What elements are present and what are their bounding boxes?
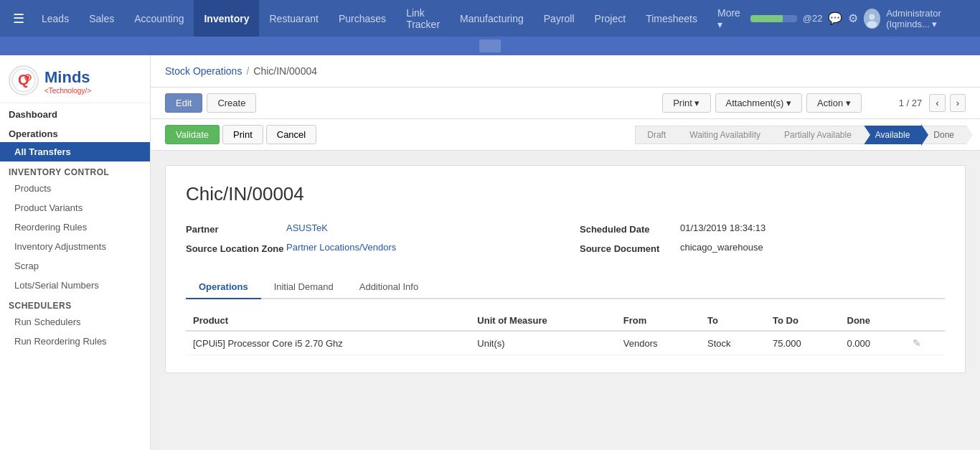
- user-label[interactable]: Administrator (Iqminds... ▾: [886, 8, 974, 29]
- avatar: [864, 9, 880, 29]
- col-to: To: [700, 311, 765, 331]
- logo-svg: Q: [11, 67, 37, 93]
- cell-uom: Unit(s): [470, 331, 616, 355]
- row-edit-icon[interactable]: ✎: [913, 337, 921, 349]
- logo-minds-text: Minds: [44, 68, 91, 87]
- hamburger-icon[interactable]: ☰: [6, 11, 32, 27]
- form-title: Chic/IN/00004: [186, 183, 945, 205]
- form-row-source-document: Source Document chicago_warehouse: [580, 242, 945, 254]
- print-action-button[interactable]: Print: [222, 125, 263, 144]
- logo-text: Minds <Technology/>: [44, 67, 91, 95]
- nav-item-inventory[interactable]: Inventory: [194, 0, 259, 37]
- nav-item-project[interactable]: Project: [585, 0, 636, 37]
- print-button[interactable]: Print ▾: [662, 93, 710, 113]
- form-area: Chic/IN/00004 Partner ASUSTeK Source Loc…: [151, 151, 980, 388]
- nav-item-accounting[interactable]: Accounting: [124, 0, 194, 37]
- breadcrumb: Stock Operations / Chic/IN/00004: [151, 55, 980, 88]
- progress-bar: [750, 15, 797, 22]
- svg-point-2: [867, 21, 878, 28]
- tab-operations[interactable]: Operations: [186, 276, 261, 299]
- logo-tech-text: <Technology/>: [44, 87, 91, 95]
- sidebar-item-all-transfers[interactable]: All Transfers: [0, 142, 150, 161]
- breadcrumb-separator: /: [246, 65, 249, 77]
- table-body: [CPUi5] Processor Core i5 2.70 Ghz Unit(…: [186, 331, 945, 355]
- nav-item-payroll[interactable]: Payroll: [534, 0, 585, 37]
- sidebar-item-product-variants[interactable]: Product Variants: [0, 198, 150, 217]
- sidebar-section-operations: Operations All Transfers: [0, 123, 150, 161]
- step-available: Available: [863, 126, 922, 144]
- tabs-bar: Operations Initial Demand Additional Inf…: [186, 276, 945, 299]
- sidebar-item-run-schedulers[interactable]: Run Schedulers: [0, 312, 150, 332]
- nav-item-more[interactable]: More ▾: [707, 0, 750, 37]
- sidebar-item-inventory-adjustments[interactable]: Inventory Adjustments: [0, 237, 150, 256]
- action-button[interactable]: Action ▾: [806, 93, 862, 113]
- content-area: Stock Operations / Chic/IN/00004 Edit Cr…: [151, 55, 980, 450]
- tab-initial-demand[interactable]: Initial Demand: [261, 276, 347, 299]
- col-product: Product: [186, 311, 470, 331]
- form-col-right: Scheduled Date 01/13/2019 18:34:13 Sourc…: [580, 222, 945, 261]
- sidebar-logo: Q Minds <Technology/>: [0, 55, 150, 103]
- sidebar-item-reordering-rules[interactable]: Reordering Rules: [0, 217, 150, 237]
- main-layout: Q Minds <Technology/> Dashboard Operatio…: [0, 55, 980, 450]
- cancel-button[interactable]: Cancel: [266, 125, 316, 144]
- source-document-label: Source Document: [580, 242, 680, 254]
- cell-todo: 75.000: [765, 331, 840, 355]
- col-uom: Unit of Measure: [470, 311, 616, 331]
- second-bar: [0, 37, 980, 55]
- breadcrumb-current: Chic/IN/00004: [253, 65, 317, 77]
- sidebar-section-inventory-control: Inventory Control Products Product Varia…: [0, 161, 150, 295]
- table-wrapper: Product Unit of Measure From To To Do Do…: [186, 311, 945, 355]
- nav-item-purchases[interactable]: Purchases: [329, 0, 396, 37]
- sidebar-item-scrap[interactable]: Scrap: [0, 256, 150, 276]
- col-actions: [905, 311, 945, 331]
- col-done: Done: [840, 311, 905, 331]
- pagination-info: 1 / 27: [899, 98, 923, 108]
- form-card: Chic/IN/00004 Partner ASUSTeK Source Loc…: [165, 165, 966, 373]
- logo-circle: Q: [9, 65, 39, 95]
- breadcrumb-parent[interactable]: Stock Operations: [165, 65, 242, 77]
- status-steps: Draft Waiting Availability Partially Ava…: [635, 126, 966, 144]
- step-waiting: Waiting Availability: [677, 126, 773, 144]
- create-button[interactable]: Create: [207, 93, 256, 113]
- sidebar-item-products[interactable]: Products: [0, 179, 150, 198]
- nav-right: @22 💬 ⚙ Administrator (Iqminds... ▾: [750, 8, 974, 29]
- nav-item-link-tracker[interactable]: Link Tracker: [396, 0, 450, 37]
- sidebar-section-header-schedulers: Schedulers: [0, 295, 150, 312]
- settings-icon[interactable]: ⚙: [848, 11, 858, 25]
- col-todo: To Do: [765, 311, 840, 331]
- scheduled-date-value: 01/13/2019 18:34:13: [680, 222, 765, 233]
- table-header: Product Unit of Measure From To To Do Do…: [186, 311, 945, 331]
- nav-items: Leads Sales Accounting Inventory Restuar…: [32, 0, 750, 37]
- tab-additional-info[interactable]: Additional Info: [347, 276, 431, 299]
- sidebar-dashboard[interactable]: Dashboard: [0, 103, 150, 123]
- svg-point-6: [27, 76, 29, 79]
- validate-button[interactable]: Validate: [165, 125, 220, 144]
- sidebar-item-lots-serial[interactable]: Lots/Serial Numbers: [0, 276, 150, 295]
- avatar-image: [864, 9, 880, 29]
- top-navbar: ☰ Leads Sales Accounting Inventory Restu…: [0, 0, 980, 37]
- nav-item-manufacturing[interactable]: Manufacturing: [450, 0, 534, 37]
- cell-edit[interactable]: ✎: [905, 331, 945, 355]
- attachments-button[interactable]: Attachment(s) ▾: [715, 93, 803, 113]
- progress-fill: [750, 15, 783, 22]
- notification-badge[interactable]: @22: [803, 13, 823, 24]
- sidebar-section-header-operations[interactable]: Operations: [0, 123, 150, 142]
- svg-point-1: [870, 14, 875, 19]
- chat-icon[interactable]: 💬: [828, 11, 842, 25]
- edit-button[interactable]: Edit: [165, 93, 202, 113]
- step-draft: Draft: [635, 126, 678, 144]
- nav-item-sales[interactable]: Sales: [79, 0, 124, 37]
- nav-item-timesheets[interactable]: Timesheets: [636, 0, 707, 37]
- next-button[interactable]: ›: [950, 94, 966, 112]
- nav-item-restuarant[interactable]: Restuarant: [259, 0, 328, 37]
- sidebar-item-run-reordering[interactable]: Run Reordering Rules: [0, 332, 150, 351]
- table-row: [CPUi5] Processor Core i5 2.70 Ghz Unit(…: [186, 331, 945, 355]
- partner-label: Partner: [186, 222, 286, 235]
- partner-value[interactable]: ASUSTeK: [286, 222, 328, 233]
- source-location-value[interactable]: Partner Locations/Vendors: [286, 242, 396, 253]
- nav-item-leads[interactable]: Leads: [32, 0, 79, 37]
- form-row-source-location: Source Location Zone Partner Locations/V…: [186, 242, 551, 254]
- status-bar: Validate Print Cancel Draft Waiting Avai…: [151, 119, 980, 151]
- prev-button[interactable]: ‹: [929, 94, 945, 112]
- source-location-label: Source Location Zone: [186, 242, 286, 254]
